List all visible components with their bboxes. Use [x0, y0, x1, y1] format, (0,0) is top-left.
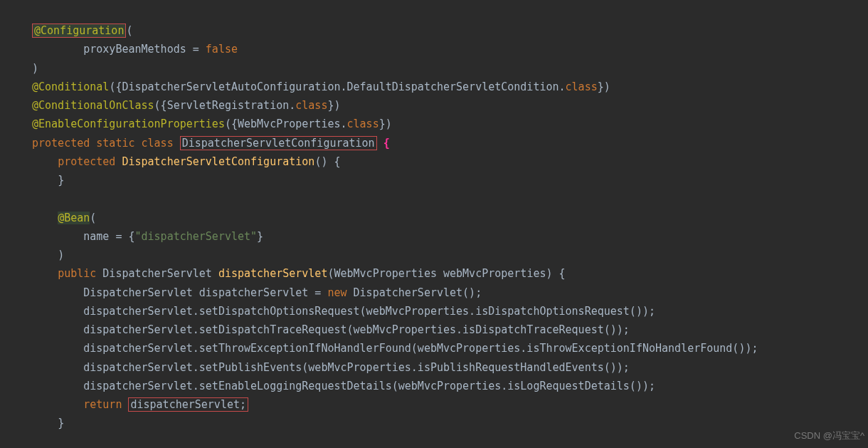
kw-static: static: [96, 137, 134, 150]
kw-protected: protected: [32, 137, 90, 150]
brace-open: {: [383, 137, 390, 150]
string-literal: "dispatcherServlet": [135, 230, 258, 243]
code-line-16[interactable]: dispatcherServlet.setDispatchOptionsRequ…: [32, 302, 854, 321]
annotation-conditionalonclass: @ConditionalOnClass: [32, 99, 154, 112]
code-line-15[interactable]: DispatcherServlet dispatcherServlet = ne…: [32, 283, 854, 302]
paren: ): [58, 249, 64, 261]
code-line-4[interactable]: @Conditional({DispatcherServletAutoConfi…: [32, 78, 854, 96]
annotation-conditional: @Conditional: [32, 80, 109, 93]
stmt: dispatcherServlet.setPublishEvents(webMv…: [83, 361, 630, 374]
indent: [32, 155, 58, 168]
stmt: dispatcherServlet.setThrowExceptionIfNoH…: [83, 342, 758, 355]
value-false: false: [206, 43, 238, 56]
stmt: dispatcherServlet.setEnableLoggingReques…: [83, 380, 655, 392]
code-line-21[interactable]: return dispatcherServlet;: [32, 395, 854, 414]
kw-class: class: [142, 137, 174, 150]
code-line-22[interactable]: }: [32, 414, 854, 432]
code-line-20[interactable]: dispatcherServlet.setEnableLoggingReques…: [32, 377, 854, 395]
code-line-13[interactable]: ): [32, 246, 854, 264]
indent: [32, 342, 83, 355]
class-kw: class: [295, 99, 327, 112]
paren: ): [32, 62, 38, 75]
prop: name = {: [83, 230, 134, 243]
stmt: dispatcherServlet.setDispatchOptionsRequ…: [83, 305, 655, 318]
paren: (: [90, 212, 96, 224]
code-line-6[interactable]: @EnableConfigurationProperties({WebMvcPr…: [32, 115, 854, 133]
code-line-12[interactable]: name = {"dispatcherServlet"}: [32, 227, 854, 246]
code-line-8[interactable]: protected DispatcherServletConfiguration…: [32, 152, 854, 171]
method-name: dispatcherServlet: [218, 267, 328, 280]
indent: [32, 249, 58, 261]
return-type: DispatcherServlet: [102, 267, 212, 280]
constructor-name: DispatcherServletConfiguration: [122, 155, 314, 168]
indent: [32, 398, 83, 411]
rest: ({ServletRegistration.: [154, 99, 296, 112]
indent: [32, 417, 58, 429]
code-line-18[interactable]: dispatcherServlet.setThrowExceptionIfNoH…: [32, 339, 854, 358]
indent: [32, 230, 83, 243]
class-kw: class: [347, 118, 379, 130]
prop: proxyBeanMethods =: [83, 43, 206, 56]
close: }): [379, 118, 392, 130]
params: (WebMvcProperties webMvcProperties) {: [327, 267, 565, 280]
decl: DispatcherServlet dispatcherServlet =: [83, 286, 327, 299]
code-line-9[interactable]: }: [32, 171, 854, 189]
paren: (: [126, 24, 132, 37]
code-line-5[interactable]: @ConditionalOnClass({ServletRegistration…: [32, 96, 854, 115]
annotation-enableconfig: @EnableConfigurationProperties: [32, 118, 225, 130]
code-line-1[interactable]: @Configuration(: [32, 21, 854, 40]
code-line-3[interactable]: ): [32, 59, 854, 78]
rest: ({WebMvcProperties.: [225, 118, 347, 130]
indent: [32, 43, 83, 56]
close: }: [257, 230, 263, 243]
code-line-11[interactable]: @Bean(: [32, 209, 854, 227]
code-line-19[interactable]: dispatcherServlet.setPublishEvents(webMv…: [32, 358, 854, 377]
indent: [32, 212, 58, 224]
kw-protected: protected: [58, 155, 115, 168]
indent: [32, 305, 83, 318]
kw-new: new: [327, 286, 346, 299]
indent: [32, 286, 83, 299]
stmt: dispatcherServlet.setDispatchTraceReques…: [83, 323, 630, 336]
annotation-configuration: @Configuration: [32, 24, 126, 38]
brace: }: [58, 417, 64, 429]
code-line-17[interactable]: dispatcherServlet.setDispatchTraceReques…: [32, 321, 854, 339]
code-line-7[interactable]: protected static class DispatcherServlet…: [32, 134, 854, 152]
indent: [32, 380, 83, 392]
annotation-bean: @Bean: [58, 212, 90, 224]
return-value: dispatcherServlet;: [128, 397, 248, 412]
kw-public: public: [58, 267, 96, 280]
rest: () {: [314, 155, 340, 168]
indent: [32, 361, 83, 374]
code-line-10[interactable]: [32, 189, 854, 208]
code-line-14[interactable]: public DispatcherServlet dispatcherServl…: [32, 264, 854, 283]
kw-return: return: [83, 398, 122, 411]
brace: }: [58, 174, 64, 187]
class-name: DispatcherServletConfiguration: [180, 136, 377, 150]
rest: DispatcherServlet();: [347, 286, 482, 299]
code-line-2[interactable]: proxyBeanMethods = false: [32, 40, 854, 58]
indent: [32, 174, 58, 187]
rest: ({DispatcherServletAutoConfiguration.Def…: [109, 80, 565, 93]
close: }): [598, 80, 610, 93]
watermark: CSDN @冯宝宝^: [794, 428, 864, 444]
indent: [32, 267, 58, 280]
close: }): [327, 99, 340, 112]
indent: [32, 323, 83, 336]
class-kw: class: [566, 80, 598, 93]
